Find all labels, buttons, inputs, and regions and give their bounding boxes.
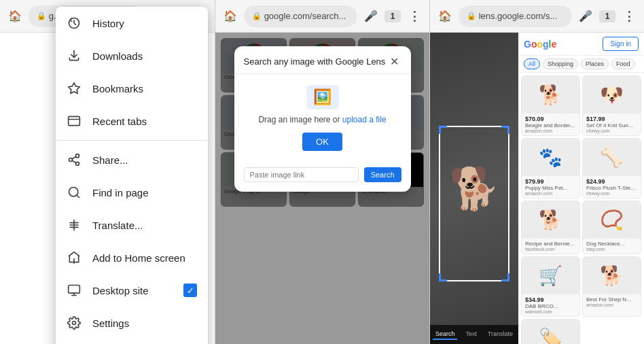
action-food[interactable]: Food (611, 58, 635, 69)
result-title-1: Set Of 4 Knit Sun... (586, 122, 637, 128)
lens-tab-translate[interactable]: Translate (485, 329, 516, 340)
lens-tab-text[interactable]: Text (463, 329, 480, 340)
menu-item-bookmarks[interactable]: Bookmarks (56, 72, 208, 105)
result-item-3-info: $24.99 Frisco Plush T-Steak... chewy.com (583, 176, 641, 198)
mic-icon-2[interactable]: 🎤 (361, 7, 380, 26)
result-source-4: facebook.com (525, 247, 576, 252)
action-all[interactable]: All (524, 58, 540, 69)
result-source-3: chewy.com (586, 191, 637, 196)
result-source-6: walmart.com (525, 309, 576, 314)
result-source-7: amazon.com (586, 303, 637, 307)
menu-item-recent-tabs[interactable]: Recent tabs (56, 105, 208, 137)
find-icon (67, 185, 82, 200)
mic-icon-3[interactable]: 🎤 (576, 7, 595, 26)
menu-item-history[interactable]: History (56, 7, 208, 39)
tabs-count-3[interactable]: 1 (599, 10, 615, 22)
bookmarks-icon (67, 81, 82, 96)
recent-tabs-icon (67, 114, 82, 128)
result-item-6-image: 🛒 (522, 257, 579, 294)
lens-results-grid: 🐕 $70.09 Beagle and Border... amazon.com… (518, 73, 644, 344)
result-item-0[interactable]: 🐕 $70.09 Beagle and Border... amazon.com (521, 75, 580, 136)
lens-upload-link[interactable]: upload a file (342, 115, 387, 124)
url-bar-3[interactable]: 🔒 lens.google.com/s... (459, 5, 572, 27)
result-source-0: amazon.com (525, 128, 576, 133)
translate-icon (67, 218, 82, 233)
menu-item-help-feedback[interactable]: Help & feedback (56, 339, 208, 344)
panel-lens-results: 🏠 🔒 lens.google.com/s... 🎤 1 ⋮ 🐕 Search (429, 0, 644, 344)
result-item-1-image: 🐶 (583, 76, 641, 114)
result-item-7-info: Best For Shep N... amazon.com (583, 294, 641, 309)
browser-bar-3: 🏠 🔒 lens.google.com/s... 🎤 1 ⋮ (430, 0, 644, 33)
svg-line-10 (77, 195, 79, 198)
action-shopping[interactable]: Shopping (543, 58, 578, 69)
sign-in-button[interactable]: Sign in (603, 37, 639, 51)
result-item-8-image: 🏷️ (522, 320, 579, 344)
result-item-5[interactable]: 📿 Dog Necklace... etsy.com (582, 201, 641, 254)
menu-item-downloads[interactable]: Downloads (56, 39, 208, 72)
menu-item-share[interactable]: Share... (56, 143, 208, 176)
lock-icon-3: 🔒 (467, 12, 476, 20)
result-item-4-image: 🐕 (522, 201, 579, 239)
result-item-1-info: $17.99 Set Of 4 Knit Sun... chewy.com (583, 114, 641, 135)
svg-line-7 (72, 160, 76, 162)
lens-dialog-header: Search any image with Google Lens ✕ (234, 46, 411, 74)
lens-drop-area[interactable]: 🖼️ Drag an image here or upload a file O… (234, 74, 411, 162)
lens-results-page: 🐕 Search Text Translate Google (430, 33, 644, 344)
home-icon-3[interactable]: 🏠 (435, 7, 454, 26)
url-text-3: lens.google.com/s... (479, 11, 558, 21)
dog-photo: 🐕 (430, 33, 518, 344)
menu-item-translate[interactable]: Translate... (56, 209, 208, 241)
result-item-1[interactable]: 🐶 $17.99 Set Of 4 Knit Sun... chewy.com (582, 75, 641, 136)
action-places[interactable]: Places (581, 58, 609, 69)
browser-bar-2: 🏠 🔒 google.com/search... 🎤 1 ⋮ (215, 0, 429, 33)
result-item-0-info: $70.09 Beagle and Border... amazon.com (522, 114, 579, 135)
result-item-0-image: 🐕 (522, 76, 579, 114)
lens-dialog-title: Search any image with Google Lens (244, 56, 386, 67)
desktop-site-checkbox[interactable]: ✓ (183, 283, 197, 297)
url-bar-2[interactable]: 🔒 google.com/search... (244, 5, 357, 27)
result-item-4[interactable]: 🐕 Recipe and Bernie... facebook.com (521, 201, 580, 254)
lens-tab-search[interactable]: Search (433, 329, 458, 340)
lens-photo-column: 🐕 Search Text Translate (430, 33, 518, 344)
menu-item-downloads-label: Downloads (92, 50, 197, 62)
home-icon-2[interactable]: 🏠 (221, 7, 240, 26)
lens-ok-button[interactable]: OK (302, 133, 342, 151)
more-menu-icon-2[interactable]: ⋮ (405, 7, 424, 26)
lens-url-input[interactable] (244, 167, 359, 182)
menu-item-desktop-site[interactable]: Desktop site ✓ (56, 274, 208, 307)
google-logo-small: Google (524, 39, 556, 50)
lens-close-button[interactable]: ✕ (388, 54, 401, 68)
lens-search-button[interactable]: Search (364, 167, 401, 182)
menu-item-add-home[interactable]: Add to Home screen (56, 241, 208, 274)
menu-item-find-label: Find in page (92, 187, 197, 199)
menu-item-bookmarks-label: Bookmarks (92, 83, 197, 94)
result-title-3: Frisco Plush T-Steak... (586, 185, 637, 191)
result-price-2: $79.99 (525, 178, 576, 185)
lock-icon-2: 🔒 (252, 12, 262, 20)
home-icon[interactable]: 🏠 (5, 7, 24, 26)
lens-corner-br (501, 273, 509, 281)
result-title-2: Puppy Miss Pet... (525, 185, 576, 191)
result-item-8[interactable]: 🏷️ ANIMAL STI... amazon.com (521, 319, 580, 344)
settings-icon (67, 315, 82, 330)
result-price-3: $24.99 (586, 178, 637, 185)
result-title-5: Dog Necklace... (586, 241, 637, 247)
lens-corner-tl (439, 126, 447, 134)
panel-chrome-menu: 🏠 🔒 g... 🎤 1 ⋮ Google History (0, 0, 215, 344)
result-item-7[interactable]: 🐕 Best For Shep N... amazon.com (582, 256, 641, 317)
result-price-0: $70.09 (525, 116, 576, 122)
menu-item-settings[interactable]: Settings (56, 307, 208, 339)
more-menu-icon-3[interactable]: ⋮ (620, 7, 639, 26)
result-item-3[interactable]: 🦴 $24.99 Frisco Plush T-Steak... chewy.c… (582, 138, 641, 199)
tabs-count-2[interactable]: 1 (384, 10, 401, 22)
svg-marker-2 (69, 83, 80, 94)
lens-selection-box[interactable] (439, 126, 509, 281)
menu-item-find-in-page[interactable]: Find in page (56, 176, 208, 209)
result-item-6[interactable]: 🛒 $34.99 DAB BRCO... walmart.com (521, 256, 580, 317)
url-text-2: google.com/search... (264, 11, 346, 21)
svg-rect-3 (69, 116, 80, 125)
result-item-2[interactable]: 🐾 $79.99 Puppy Miss Pet... amazon.com (521, 138, 580, 199)
result-source-1: chewy.com (586, 128, 637, 133)
history-icon (67, 16, 82, 31)
result-item-5-info: Dog Necklace... etsy.com (583, 239, 641, 254)
